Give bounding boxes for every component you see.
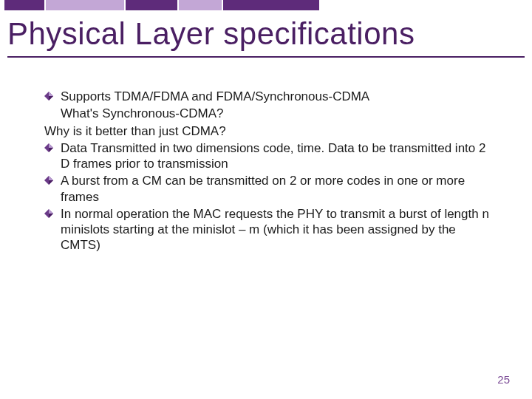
bullet-row: A burst from a CM can be transmitted on … [44,173,495,205]
svg-marker-2 [49,96,53,100]
svg-marker-7 [49,176,53,180]
tab-segment [179,0,222,10]
tab-segment [126,0,177,10]
svg-marker-11 [49,214,53,218]
page-number: 25 [497,373,510,386]
bullet-row: Supports TDMA/FDMA and FDMA/Synchronous-… [44,89,495,104]
bullet-text: Data Transmitted in two dimensions code,… [61,140,495,172]
tab-segment [4,0,44,10]
sub-text-row: Why is it better than just CDMA? [44,123,495,139]
svg-marker-8 [49,180,53,185]
sub-text-row: What's Synchronous-CDMA? [44,106,495,121]
diamond-bullet-icon [44,173,61,188]
tab-segment [46,0,124,10]
svg-marker-10 [49,209,53,214]
slide-title: Physical Layer specifications [7,16,525,52]
bullet-row: In normal operation the MAC requests the… [44,206,495,253]
bullet-row: Data Transmitted in two dimensions code,… [44,140,495,172]
bullet-text: A burst from a CM can be transmitted on … [61,173,495,205]
diamond-bullet-icon [44,89,61,103]
svg-marker-1 [49,92,53,96]
sub-text: Why is it better than just CDMA? [44,123,495,139]
title-container: Physical Layer specifications [7,16,525,58]
tab-segment [223,0,319,10]
svg-marker-4 [49,143,53,148]
body-content: Supports TDMA/FDMA and FDMA/Synchronous-… [44,89,495,255]
svg-marker-5 [49,148,53,152]
bullet-text: Supports TDMA/FDMA and FDMA/Synchronous-… [61,89,495,104]
sub-text: What's Synchronous-CDMA? [61,106,495,121]
diamond-bullet-icon [44,206,61,221]
tab-strip [0,0,532,10]
bullet-text: In normal operation the MAC requests the… [61,206,495,253]
diamond-bullet-icon [44,140,61,155]
